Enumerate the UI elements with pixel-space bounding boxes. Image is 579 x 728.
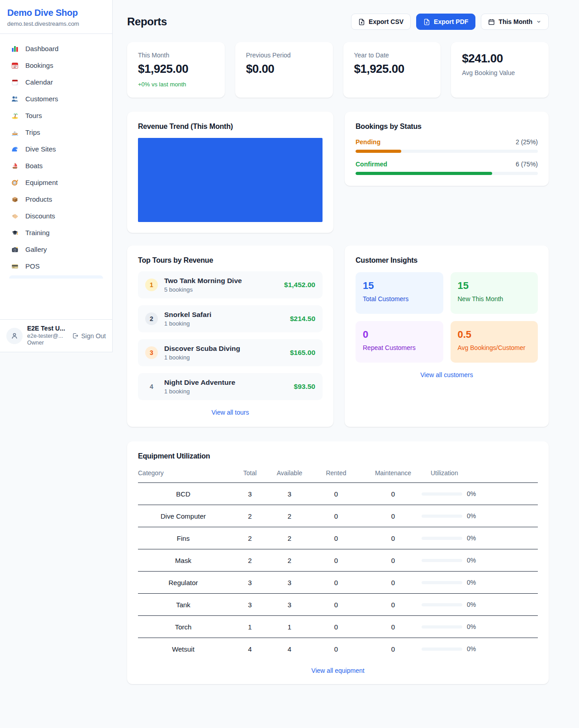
- total-cell: 2: [228, 527, 271, 549]
- sidebar-item-label: Tours: [25, 112, 42, 119]
- speedboat-icon: [11, 129, 19, 136]
- category-cell: Fins: [138, 527, 228, 549]
- total-cell: 3: [228, 594, 271, 616]
- insight-value: 15: [458, 280, 531, 292]
- view-all-equipment-link[interactable]: View all equipment: [138, 667, 538, 674]
- sidebar-item-dashboard[interactable]: Dashboard: [5, 40, 108, 57]
- table-row: Dive Computer 2 2 0 0 0%: [138, 505, 538, 527]
- credit-card-icon: [11, 263, 19, 270]
- sidebar-item-trips[interactable]: Trips: [5, 124, 108, 141]
- stat-card-avg-booking-value: $241.00 Avg Booking Value: [451, 42, 549, 98]
- status-row-confirmed: Confirmed 6 (75%): [356, 161, 538, 175]
- available-cell: 2: [271, 505, 308, 527]
- sidebar-item-bookings[interactable]: 17 Bookings: [5, 57, 108, 74]
- export-pdf-button[interactable]: Export PDF: [416, 14, 475, 30]
- export-csv-button[interactable]: Export CSV: [351, 14, 411, 30]
- category-cell: BCD: [138, 483, 228, 505]
- tour-info: Two Tank Morning Dive 5 bookings: [164, 277, 278, 293]
- available-cell: 3: [271, 572, 308, 594]
- stat-card-this-month: This Month $1,925.00 +0% vs last month: [127, 42, 225, 98]
- user-name: E2E Test U...: [27, 325, 65, 333]
- status-count: 2 (25%): [516, 138, 538, 146]
- tour-bookings: 1 booking: [164, 388, 288, 395]
- period-select[interactable]: This Month: [481, 14, 549, 30]
- view-all-customers-link[interactable]: View all customers: [356, 371, 538, 378]
- utilization-percent: 0%: [467, 601, 476, 608]
- page-header: Reports Export CSV Export PDF This Month: [127, 14, 549, 30]
- svg-text:17: 17: [13, 65, 17, 68]
- tour-revenue: $214.50: [290, 315, 315, 323]
- sidebar-item-equipment[interactable]: Equipment: [5, 174, 108, 191]
- tour-name: Discover Scuba Diving: [164, 345, 284, 353]
- tour-revenue: $1,452.00: [284, 281, 315, 289]
- column-header: Utilization: [422, 467, 538, 483]
- user-email: e2e-tester@...: [27, 333, 65, 340]
- total-cell: 2: [228, 505, 271, 527]
- category-cell: Mask: [138, 549, 228, 572]
- column-header: Category: [138, 467, 228, 483]
- stat-label: Avg Booking Value: [462, 69, 538, 76]
- revenue-trend-title: Revenue Trend (This Month): [138, 123, 323, 131]
- top-tours-title: Top Tours by Revenue: [138, 256, 323, 265]
- bookings-by-status-card: Bookings by Status Pending 2 (25%) Confi…: [345, 112, 549, 186]
- tour-name: Snorkel Safari: [164, 311, 284, 319]
- sidebar-item-dive-sites[interactable]: Dive Sites: [5, 141, 108, 157]
- user-role: Owner: [27, 340, 65, 347]
- header-actions: Export CSV Export PDF This Month: [351, 14, 549, 30]
- wave-icon: [11, 146, 19, 153]
- insight-label: Avg Bookings/Customer: [458, 344, 531, 351]
- tour-row: 2 Snorkel Safari 1 booking $214.50: [138, 305, 323, 332]
- sidebar-item-label: Gallery: [25, 246, 47, 253]
- rank-badge: 4: [145, 380, 158, 393]
- main-content: Reports Export CSV Export PDF This Month…: [127, 0, 549, 718]
- tour-info: Night Dive Adventure 1 booking: [164, 378, 288, 395]
- sidebar-item-customers[interactable]: Customers: [5, 90, 108, 107]
- sidebar-item-label: Bookings: [25, 61, 53, 69]
- sidebar-item-pos[interactable]: POS: [5, 258, 108, 274]
- status-count: 6 (75%): [516, 161, 538, 168]
- table-row: Mask 2 2 0 0 0%: [138, 549, 538, 572]
- progress-track: [356, 150, 538, 153]
- utilization-percent: 0%: [467, 579, 476, 586]
- sidebar-item-gallery[interactable]: Gallery: [5, 241, 108, 258]
- calendar-icon: [488, 19, 495, 25]
- column-header: Maintenance: [365, 467, 422, 483]
- view-all-tours-link[interactable]: View all tours: [138, 409, 323, 416]
- total-cell: 3: [228, 483, 271, 505]
- equipment-table: Category Total Available Rented Maintena…: [138, 467, 538, 660]
- maintenance-cell: 0: [365, 616, 422, 638]
- sidebar-item-calendar[interactable]: Calendar: [5, 74, 108, 90]
- insight-value: 0: [363, 329, 436, 340]
- sign-out-button[interactable]: Sign Out: [72, 332, 106, 340]
- table-header-row: Category Total Available Rented Maintena…: [138, 467, 538, 483]
- sidebar-item-boats[interactable]: Boats: [5, 157, 108, 174]
- progress-fill-confirmed: [356, 172, 492, 175]
- stat-label: Previous Period: [246, 52, 322, 59]
- sidebar-item-products[interactable]: Products: [5, 191, 108, 208]
- sidebar-item-label: Equipment: [25, 179, 58, 186]
- utilization-cell: 0%: [422, 601, 538, 608]
- insight-label: Total Customers: [363, 295, 436, 303]
- maintenance-cell: 0: [365, 638, 422, 660]
- rented-cell: 0: [308, 549, 365, 572]
- rank-badge: 2: [145, 312, 158, 325]
- chevron-down-icon: [536, 19, 541, 24]
- sign-out-icon: [72, 332, 79, 339]
- sidebar-item-training[interactable]: Training: [5, 224, 108, 241]
- sidebar-item-discounts[interactable]: Discounts: [5, 208, 108, 224]
- sidebar-item-label: Customers: [25, 95, 58, 103]
- column-header: Rented: [308, 467, 365, 483]
- export-pdf-label: Export PDF: [434, 18, 468, 25]
- sidebar-item-tours[interactable]: Tours: [5, 107, 108, 124]
- equipment-utilization-card: Equipment Utilization Category Total Ava…: [127, 441, 549, 684]
- people-icon: [11, 95, 19, 103]
- insight-value: 15: [363, 280, 436, 292]
- table-row: Wetsuit 4 4 0 0 0%: [138, 638, 538, 660]
- sidebar-item-label: Training: [25, 229, 50, 236]
- available-cell: 2: [271, 527, 308, 549]
- sidebar-item-label: Trips: [25, 128, 40, 136]
- available-cell: 4: [271, 638, 308, 660]
- sign-out-label: Sign Out: [81, 332, 106, 340]
- insight-avg-bookings-customer: 0.5 Avg Bookings/Customer: [451, 321, 538, 363]
- period-label: This Month: [498, 18, 532, 25]
